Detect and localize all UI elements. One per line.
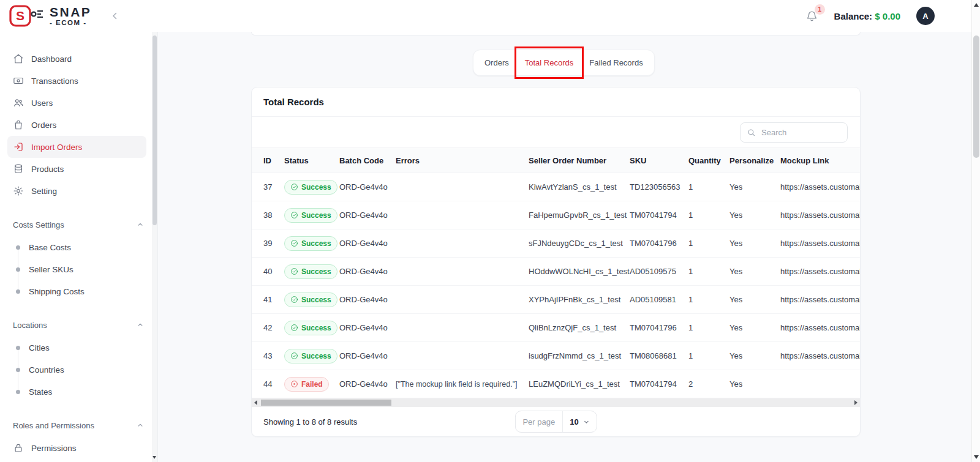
cell-personalize: Yes <box>729 201 780 229</box>
cell-mockup-link <box>780 370 861 398</box>
total-records-panel: Total Records IDStatusBatch CodeErrorsSe… <box>251 87 861 437</box>
status-badge: Success <box>284 236 337 251</box>
cell-personalize: Yes <box>729 342 780 370</box>
cell-status: Success <box>284 314 339 342</box>
database-icon <box>13 163 24 174</box>
brand-logo-icon: S <box>9 4 44 28</box>
search-box[interactable] <box>740 122 848 143</box>
cell-errors <box>396 258 529 286</box>
import-icon <box>13 141 24 152</box>
cell-personalize: Yes <box>729 229 780 258</box>
sidebar-item-transactions[interactable]: Transactions <box>7 70 146 92</box>
status-badge: Success <box>284 264 337 279</box>
bullet-icon <box>16 368 20 372</box>
tab-failed-records[interactable]: Failed Records <box>581 50 650 75</box>
records-table: IDStatusBatch CodeErrorsSeller Order Num… <box>252 147 861 398</box>
sidebar-scrollbar-thumb[interactable] <box>153 35 157 225</box>
sidebar-item-shipping-costs[interactable]: Shipping Costs <box>0 280 157 302</box>
tab-total-records[interactable]: Total Records <box>517 50 581 75</box>
sidebar-subitem-label: States <box>29 387 52 397</box>
sidebar-item-orders[interactable]: Orders <box>7 114 146 136</box>
cell-batch-code: ORD-Ge4v4o <box>339 258 396 286</box>
sidebar-section-title[interactable]: Roles and Permissions <box>0 416 157 434</box>
cell-seller-order-number: XYPhAjIPFnBk_cs_1_test <box>529 286 630 314</box>
table-toolbar <box>252 117 860 147</box>
column-personalize: Personalize <box>729 148 780 173</box>
mockup-link[interactable]: https://assets.customall <box>780 295 861 304</box>
cell-status: Success <box>284 286 339 314</box>
sidebar-item-label: Import Orders <box>31 143 82 152</box>
cell-quantity: 1 <box>688 229 729 258</box>
user-avatar[interactable]: A <box>916 7 935 25</box>
sidebar-scroll-down-icon[interactable] <box>153 456 156 459</box>
status-badge: Success <box>284 349 337 363</box>
table-row: 44 Failed ORD-Ge4v4o ["The mockup link f… <box>252 370 861 398</box>
sidebar-section-title[interactable]: Locations <box>0 316 157 334</box>
check-circle-icon <box>290 183 298 191</box>
window-scrollbar-thumb[interactable] <box>973 35 979 158</box>
cell-seller-order-number: FaHpemuGpvbR_cs_1_test <box>529 201 630 229</box>
search-input[interactable] <box>760 127 841 138</box>
sidebar-nav: Dashboard Transactions Users Orders Impo… <box>0 48 157 202</box>
sidebar-collapse-icon[interactable] <box>110 10 121 21</box>
status-badge: Success <box>284 208 337 223</box>
column-errors: Errors <box>396 148 529 173</box>
cell-batch-code: ORD-Ge4v4o <box>339 314 396 342</box>
mockup-link[interactable]: https://assets.customall <box>780 239 861 248</box>
scroll-down-icon[interactable] <box>974 455 979 459</box>
sidebar-section-title[interactable]: Costs Settings <box>0 215 157 234</box>
tab-label: Failed Records <box>589 58 643 67</box>
per-page-select[interactable]: Per page 10 <box>514 411 597 433</box>
tab-orders[interactable]: Orders <box>477 50 517 75</box>
scroll-right-icon[interactable] <box>854 400 858 405</box>
table-row: 37 Success ORD-Ge4v4o KiwAvtYzlanS_cs_1_… <box>252 173 861 201</box>
sidebar-subitem-label: Permissions <box>31 444 77 453</box>
sidebar-item-users[interactable]: Users <box>7 92 146 114</box>
scroll-left-icon[interactable] <box>254 400 257 405</box>
mockup-link[interactable]: https://assets.customall <box>780 323 861 332</box>
mockup-link[interactable]: https://assets.customall <box>780 211 861 220</box>
sidebar-subitem-label: Base Costs <box>29 243 71 252</box>
mockup-link[interactable]: https://assets.customall <box>780 267 861 276</box>
notifications-button[interactable]: 1 <box>805 10 818 23</box>
cell-sku: TM08068681 <box>630 342 688 370</box>
sidebar-sections: Costs Settings Base Costs Seller SKUs Sh… <box>0 215 157 459</box>
horizontal-scrollbar[interactable] <box>252 398 860 407</box>
brand-logo[interactable]: S SNAP - ECOM - <box>9 4 91 28</box>
panel-title: Total Records <box>252 88 860 117</box>
sidebar-item-import-orders[interactable]: Import Orders <box>7 136 146 158</box>
window-scrollbar[interactable] <box>971 0 980 462</box>
mockup-link[interactable]: https://assets.customall <box>780 182 861 192</box>
cell-sku: TM07041796 <box>630 229 688 258</box>
sidebar-scrollbar[interactable] <box>152 32 157 462</box>
sidebar-item-seller-skus[interactable]: Seller SKUs <box>0 258 157 280</box>
column-mockup-link: Mockup Link <box>780 148 861 173</box>
scroll-up-icon[interactable] <box>974 3 979 7</box>
sidebar-section: Roles and Permissions Permissions <box>0 416 157 459</box>
check-circle-icon <box>290 267 298 275</box>
chevron-up-icon <box>137 221 144 228</box>
column-sku: SKU <box>630 148 688 173</box>
sidebar-item-states[interactable]: States <box>0 381 157 403</box>
sidebar-item-permissions[interactable]: Permissions <box>0 437 157 459</box>
cell-id: 39 <box>252 229 284 258</box>
cell-personalize: Yes <box>729 173 780 201</box>
cell-errors <box>396 314 529 342</box>
sidebar-item-setting[interactable]: Setting <box>7 180 146 202</box>
sidebar-subitem-label: Countries <box>29 365 64 374</box>
horizontal-scrollbar-thumb[interactable] <box>261 400 391 406</box>
cell-sku: TM07041794 <box>630 201 688 229</box>
mockup-link[interactable]: https://assets.customall <box>780 351 861 360</box>
sidebar-item-label: Users <box>31 99 53 108</box>
sidebar-item-cities[interactable]: Cities <box>0 337 157 359</box>
sidebar-item-dashboard[interactable]: Dashboard <box>7 48 146 70</box>
cell-seller-order-number: HOddwWOLNcHI_cs_1_test <box>529 258 630 286</box>
cell-personalize: Yes <box>729 370 780 398</box>
table-row: 38 Success ORD-Ge4v4o FaHpemuGpvbR_cs_1_… <box>252 201 861 229</box>
sidebar-item-products[interactable]: Products <box>7 158 146 180</box>
cell-errors <box>396 173 529 201</box>
sidebar-item-base-costs[interactable]: Base Costs <box>0 236 157 258</box>
cell-id: 43 <box>252 342 284 370</box>
sidebar-item-countries[interactable]: Countries <box>0 359 157 381</box>
bag-icon <box>13 119 24 130</box>
